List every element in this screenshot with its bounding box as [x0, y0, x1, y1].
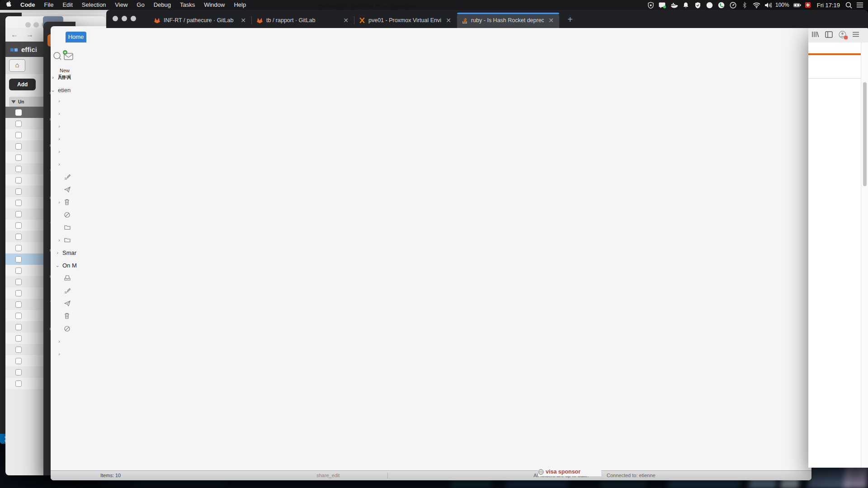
mailbox-item[interactable]: ›	[51, 348, 84, 360]
menu-clock[interactable]: Fri 17:19	[817, 2, 840, 9]
row-checkbox[interactable]	[15, 166, 22, 172]
menu-item-code[interactable]: Code	[16, 0, 40, 10]
row-checkbox[interactable]	[15, 200, 22, 206]
scrollbar[interactable]	[861, 42, 868, 468]
outlook-home-tab[interactable]: Home	[66, 32, 86, 42]
mailbox-item[interactable]: ›	[51, 158, 84, 170]
mailbox-item[interactable]: ›	[51, 234, 84, 246]
browser-tab[interactable]: INF-RT / pathecure · GitLab✕	[149, 13, 251, 28]
mailbox-item[interactable]: ›	[51, 108, 84, 119]
row-checkbox[interactable]	[15, 143, 22, 150]
row-checkbox[interactable]	[15, 313, 22, 319]
row-checkbox[interactable]	[15, 234, 22, 240]
forward-icon[interactable]: →	[26, 31, 33, 39]
mailbox-item[interactable]	[51, 183, 84, 195]
sidebar-icon[interactable]	[825, 31, 833, 38]
traffic-light-icon[interactable]	[25, 22, 31, 28]
hamburger-menu-icon[interactable]	[852, 31, 859, 38]
row-checkbox[interactable]	[15, 301, 22, 308]
row-checkbox[interactable]	[15, 358, 22, 364]
mailbox-item[interactable]: ›	[51, 120, 84, 132]
disc-icon[interactable]	[706, 1, 713, 9]
add-button[interactable]: Add	[9, 79, 36, 90]
menu-item-help[interactable]: Help	[229, 0, 250, 10]
close-tab-icon[interactable]: ✕	[445, 17, 452, 24]
browser-tab[interactable]: ruby - Is Hash Rocket deprecat✕	[457, 13, 559, 28]
visa-sponsor-label[interactable]: visa sponsor	[546, 469, 580, 475]
menu-item-tasks[interactable]: Tasks	[175, 0, 199, 10]
row-checkbox[interactable]	[15, 121, 22, 127]
all-accounts-item[interactable]: ›All A	[51, 71, 78, 83]
row-checkbox[interactable]	[15, 245, 22, 251]
mailbox-item[interactable]: ›	[51, 335, 84, 347]
apple-icon[interactable]	[0, 0, 16, 10]
phone-icon[interactable]	[717, 1, 725, 9]
row-checkbox[interactable]	[15, 335, 22, 342]
search-icon[interactable]	[53, 52, 62, 61]
row-checkbox[interactable]	[15, 109, 22, 116]
row-checkbox[interactable]	[15, 279, 22, 285]
shield-check-icon[interactable]	[694, 1, 702, 9]
browser-tab[interactable]: pve01 - Proxmox Virtual Environ✕	[354, 13, 457, 28]
new-tab-button[interactable]: +	[564, 14, 576, 25]
row-checkbox[interactable]	[15, 132, 22, 138]
mailbox-item[interactable]	[51, 285, 84, 296]
account-item[interactable]: ⌄etien	[51, 84, 78, 96]
row-checkbox[interactable]	[15, 267, 22, 274]
mailbox-item[interactable]: ›	[51, 196, 84, 208]
row-checkbox[interactable]	[15, 290, 22, 296]
bell-icon[interactable]	[682, 1, 690, 9]
close-tab-icon[interactable]: ✕	[547, 17, 555, 24]
mailbox-item[interactable]: ›	[51, 95, 84, 107]
close-icon[interactable]	[113, 16, 118, 21]
mailbox-item[interactable]	[51, 323, 84, 334]
volume-icon[interactable]	[764, 1, 772, 9]
row-checkbox[interactable]	[15, 211, 22, 217]
row-checkbox[interactable]	[15, 177, 22, 183]
menu-item-window[interactable]: Window	[199, 0, 229, 10]
row-checkbox[interactable]	[15, 369, 22, 375]
spotlight-icon[interactable]	[845, 1, 853, 9]
zoom-icon[interactable]	[131, 16, 136, 21]
menu-item-view[interactable]: View	[110, 0, 132, 10]
home-icon[interactable]: ⌂	[9, 59, 25, 72]
row-checkbox[interactable]	[15, 380, 22, 387]
account-icon[interactable]	[839, 31, 846, 38]
library-icon[interactable]	[811, 31, 819, 38]
menu-item-debug[interactable]: Debug	[149, 0, 175, 10]
mailbox-group-item[interactable]: ⌄On M	[51, 259, 82, 271]
minimize-icon[interactable]	[122, 16, 127, 21]
traffic-light-icon[interactable]	[33, 22, 39, 28]
menu-item-edit[interactable]: Edit	[58, 0, 77, 10]
meter-icon[interactable]	[729, 1, 737, 9]
filter-bar[interactable]: Un	[9, 97, 47, 107]
close-tab-icon[interactable]: ✕	[342, 17, 349, 24]
row-checkbox[interactable]	[15, 155, 22, 161]
mailbox-item[interactable]: ›	[51, 133, 84, 145]
mailbox-item[interactable]	[51, 297, 84, 309]
row-checkbox[interactable]	[15, 324, 22, 330]
mailbox-item[interactable]	[51, 272, 84, 284]
wifi-icon[interactable]	[753, 1, 760, 9]
menu-item-file[interactable]: File	[40, 0, 58, 10]
mailbox-group-item[interactable]: ›Smar	[51, 247, 82, 258]
browser-tab[interactable]: tb / rapport · GitLab✕	[252, 13, 354, 28]
chat-icon[interactable]	[659, 1, 666, 9]
bluetooth-icon[interactable]	[741, 1, 749, 9]
menu-item-selection[interactable]: Selection	[77, 0, 110, 10]
new-email-icon[interactable]	[62, 50, 74, 61]
mailbox-item[interactable]	[51, 209, 84, 221]
swiss-flag-icon[interactable]	[804, 1, 812, 9]
row-checkbox[interactable]	[15, 188, 22, 195]
menu-list-icon[interactable]	[856, 1, 863, 9]
mailbox-item[interactable]: ›	[51, 145, 84, 157]
back-icon[interactable]: ←	[11, 31, 18, 39]
row-checkbox[interactable]	[15, 347, 22, 353]
lock-shield-icon[interactable]	[647, 1, 655, 9]
mailbox-item[interactable]	[51, 310, 84, 322]
docker-icon[interactable]	[670, 1, 678, 9]
menu-item-go[interactable]: Go	[132, 0, 149, 10]
mailbox-item[interactable]	[51, 171, 84, 183]
scrollbar-thumb[interactable]	[863, 82, 867, 186]
close-tab-icon[interactable]: ✕	[240, 17, 247, 24]
